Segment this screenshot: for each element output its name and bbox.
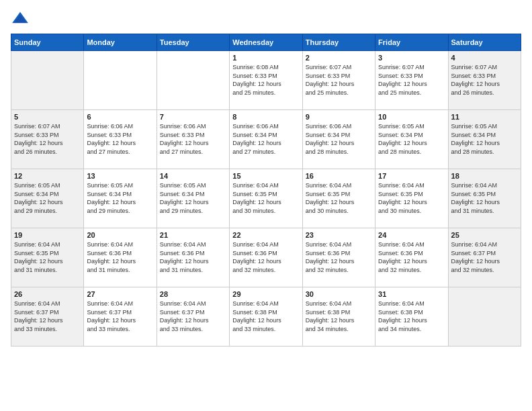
calendar-body: 1Sunrise: 6:08 AM Sunset: 6:33 PM Daylig…	[11, 51, 521, 347]
calendar-week-4: 19Sunrise: 6:04 AM Sunset: 6:35 PM Dayli…	[11, 228, 521, 287]
calendar-cell: 15Sunrise: 6:04 AM Sunset: 6:35 PM Dayli…	[230, 169, 302, 228]
calendar-header: SundayMondayTuesdayWednesdayThursdayFrid…	[11, 34, 521, 51]
day-info: Sunrise: 6:04 AM Sunset: 6:37 PM Dayligh…	[160, 300, 226, 333]
day-number: 30	[306, 290, 372, 298]
day-number: 26	[14, 290, 81, 298]
day-number: 27	[87, 290, 153, 298]
calendar-cell: 12Sunrise: 6:05 AM Sunset: 6:34 PM Dayli…	[11, 169, 84, 228]
calendar-cell: 2Sunrise: 6:07 AM Sunset: 6:33 PM Daylig…	[302, 51, 375, 110]
day-number: 9	[306, 113, 372, 121]
day-number: 25	[451, 231, 518, 239]
calendar-cell: 14Sunrise: 6:05 AM Sunset: 6:34 PM Dayli…	[157, 169, 229, 228]
calendar-cell: 1Sunrise: 6:08 AM Sunset: 6:33 PM Daylig…	[230, 51, 302, 110]
day-info: Sunrise: 6:05 AM Sunset: 6:34 PM Dayligh…	[160, 181, 226, 215]
calendar-cell	[157, 51, 229, 110]
calendar-cell: 9Sunrise: 6:06 AM Sunset: 6:34 PM Daylig…	[302, 110, 375, 169]
day-info: Sunrise: 6:05 AM Sunset: 6:34 PM Dayligh…	[451, 122, 518, 156]
day-number: 18	[451, 172, 518, 180]
calendar-cell: 11Sunrise: 6:05 AM Sunset: 6:34 PM Dayli…	[448, 110, 521, 169]
calendar-cell: 17Sunrise: 6:04 AM Sunset: 6:35 PM Dayli…	[375, 169, 448, 228]
header-wednesday: Wednesday	[230, 34, 302, 51]
day-number: 22	[232, 231, 299, 239]
day-info: Sunrise: 6:04 AM Sunset: 6:38 PM Dayligh…	[378, 300, 445, 333]
day-number: 7	[160, 113, 226, 121]
calendar-cell: 6Sunrise: 6:06 AM Sunset: 6:33 PM Daylig…	[84, 110, 157, 169]
day-info: Sunrise: 6:04 AM Sunset: 6:35 PM Dayligh…	[306, 181, 372, 215]
calendar-cell: 30Sunrise: 6:04 AM Sunset: 6:38 PM Dayli…	[302, 287, 375, 347]
day-number: 8	[232, 113, 299, 121]
day-number: 21	[160, 231, 226, 239]
calendar-cell	[448, 287, 521, 347]
day-info: Sunrise: 6:04 AM Sunset: 6:35 PM Dayligh…	[378, 181, 445, 215]
calendar-cell: 19Sunrise: 6:04 AM Sunset: 6:35 PM Dayli…	[11, 228, 84, 287]
day-info: Sunrise: 6:08 AM Sunset: 6:33 PM Dayligh…	[232, 63, 299, 97]
day-info: Sunrise: 6:07 AM Sunset: 6:33 PM Dayligh…	[378, 63, 445, 97]
calendar-cell: 29Sunrise: 6:04 AM Sunset: 6:38 PM Dayli…	[230, 287, 302, 347]
day-number: 15	[232, 172, 299, 180]
calendar-cell: 23Sunrise: 6:04 AM Sunset: 6:36 PM Dayli…	[302, 228, 375, 287]
calendar-cell: 20Sunrise: 6:04 AM Sunset: 6:36 PM Dayli…	[84, 228, 157, 287]
calendar-cell: 27Sunrise: 6:04 AM Sunset: 6:37 PM Dayli…	[84, 287, 157, 347]
calendar-cell: 5Sunrise: 6:07 AM Sunset: 6:33 PM Daylig…	[11, 110, 84, 169]
day-info: Sunrise: 6:04 AM Sunset: 6:36 PM Dayligh…	[378, 240, 445, 274]
day-number: 28	[160, 290, 226, 298]
calendar-cell: 31Sunrise: 6:04 AM Sunset: 6:38 PM Dayli…	[375, 287, 448, 347]
calendar-cell: 13Sunrise: 6:05 AM Sunset: 6:34 PM Dayli…	[84, 169, 157, 228]
calendar-cell: 3Sunrise: 6:07 AM Sunset: 6:33 PM Daylig…	[375, 51, 448, 110]
calendar-cell: 22Sunrise: 6:04 AM Sunset: 6:36 PM Dayli…	[230, 228, 302, 287]
day-info: Sunrise: 6:04 AM Sunset: 6:36 PM Dayligh…	[160, 240, 226, 274]
day-info: Sunrise: 6:06 AM Sunset: 6:34 PM Dayligh…	[232, 122, 299, 156]
header-sunday: Sunday	[11, 34, 84, 51]
day-info: Sunrise: 6:07 AM Sunset: 6:33 PM Dayligh…	[14, 122, 81, 156]
day-number: 11	[451, 113, 518, 121]
calendar-cell: 16Sunrise: 6:04 AM Sunset: 6:35 PM Dayli…	[302, 169, 375, 228]
calendar-cell: 26Sunrise: 6:04 AM Sunset: 6:37 PM Dayli…	[11, 287, 84, 347]
calendar-table: SundayMondayTuesdayWednesdayThursdayFrid…	[11, 34, 521, 347]
day-info: Sunrise: 6:04 AM Sunset: 6:38 PM Dayligh…	[232, 300, 299, 333]
day-info: Sunrise: 6:04 AM Sunset: 6:36 PM Dayligh…	[232, 240, 299, 274]
logo-icon	[11, 11, 30, 26]
day-number: 16	[306, 172, 372, 180]
day-number: 6	[87, 113, 153, 121]
day-number: 10	[378, 113, 445, 121]
header-monday: Monday	[84, 34, 157, 51]
header-friday: Friday	[375, 34, 448, 51]
day-number: 12	[14, 172, 81, 180]
day-info: Sunrise: 6:07 AM Sunset: 6:33 PM Dayligh…	[451, 63, 518, 97]
day-info: Sunrise: 6:04 AM Sunset: 6:35 PM Dayligh…	[232, 181, 299, 215]
day-number: 19	[14, 231, 81, 239]
day-number: 24	[378, 231, 445, 239]
day-number: 31	[378, 290, 445, 298]
day-info: Sunrise: 6:04 AM Sunset: 6:37 PM Dayligh…	[451, 240, 518, 274]
day-info: Sunrise: 6:06 AM Sunset: 6:33 PM Dayligh…	[87, 122, 153, 156]
header-saturday: Saturday	[448, 34, 521, 51]
header-row: SundayMondayTuesdayWednesdayThursdayFrid…	[11, 34, 521, 51]
day-info: Sunrise: 6:06 AM Sunset: 6:33 PM Dayligh…	[160, 122, 226, 156]
calendar-cell	[84, 51, 157, 110]
day-number: 1	[232, 54, 299, 62]
calendar-cell: 18Sunrise: 6:04 AM Sunset: 6:35 PM Dayli…	[448, 169, 521, 228]
day-number: 29	[232, 290, 299, 298]
day-number: 23	[306, 231, 372, 239]
day-info: Sunrise: 6:05 AM Sunset: 6:34 PM Dayligh…	[14, 181, 81, 215]
calendar-cell: 4Sunrise: 6:07 AM Sunset: 6:33 PM Daylig…	[448, 51, 521, 110]
day-number: 3	[378, 54, 445, 62]
calendar-cell: 28Sunrise: 6:04 AM Sunset: 6:37 PM Dayli…	[157, 287, 229, 347]
calendar-cell: 21Sunrise: 6:04 AM Sunset: 6:36 PM Dayli…	[157, 228, 229, 287]
header-tuesday: Tuesday	[157, 34, 229, 51]
calendar-week-2: 5Sunrise: 6:07 AM Sunset: 6:33 PM Daylig…	[11, 110, 521, 169]
calendar-cell	[11, 51, 84, 110]
day-number: 14	[160, 172, 226, 180]
day-info: Sunrise: 6:04 AM Sunset: 6:37 PM Dayligh…	[87, 300, 153, 333]
header-thursday: Thursday	[302, 34, 375, 51]
calendar-cell: 8Sunrise: 6:06 AM Sunset: 6:34 PM Daylig…	[230, 110, 302, 169]
day-info: Sunrise: 6:05 AM Sunset: 6:34 PM Dayligh…	[378, 122, 445, 156]
day-info: Sunrise: 6:06 AM Sunset: 6:34 PM Dayligh…	[306, 122, 372, 156]
day-number: 2	[306, 54, 372, 62]
day-number: 20	[87, 231, 153, 239]
calendar-cell: 25Sunrise: 6:04 AM Sunset: 6:37 PM Dayli…	[448, 228, 521, 287]
calendar-cell: 10Sunrise: 6:05 AM Sunset: 6:34 PM Dayli…	[375, 110, 448, 169]
day-number: 13	[87, 172, 153, 180]
page-header	[11, 11, 521, 26]
day-number: 17	[378, 172, 445, 180]
